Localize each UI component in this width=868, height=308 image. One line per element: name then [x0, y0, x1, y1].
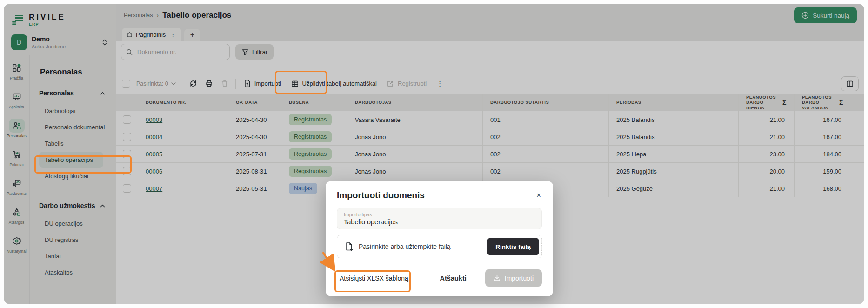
close-icon[interactable]: × [535, 190, 542, 200]
download-xlsx-template-link[interactable]: Atsisiųsti XLSX šabloną [337, 271, 411, 286]
choose-file-button[interactable]: Rinktis failą [487, 238, 539, 255]
import-type-label: Importo tipas [344, 212, 535, 217]
modal-import-button[interactable]: Importuoti [485, 269, 542, 287]
file-plus-icon [345, 242, 353, 251]
import-type-value: Tabelio operacijos [344, 218, 535, 226]
dropzone-label: Pasirinkite arba užtempkite failą [359, 243, 481, 250]
modal-title: Importuoti duomenis [337, 190, 425, 201]
file-dropzone[interactable]: Pasirinkite arba užtempkite failą Rinkti… [337, 235, 542, 258]
download-tray-icon [494, 275, 501, 281]
import-type-select[interactable]: Importo tipas Tabelio operacijos [337, 208, 542, 229]
import-modal: Importuoti duomenis × Importo tipas Tabe… [326, 181, 553, 296]
cancel-button[interactable]: Atšaukti [437, 274, 469, 282]
